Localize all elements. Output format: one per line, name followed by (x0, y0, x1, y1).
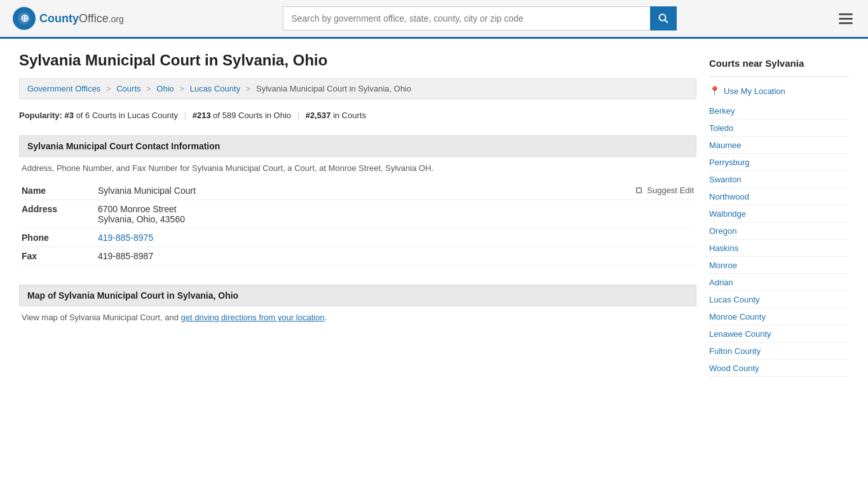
map-desc-end: . (325, 313, 327, 322)
nearby-link-13[interactable]: Lenawee County (709, 329, 771, 339)
phone-link[interactable]: 419-885-8975 (98, 233, 153, 243)
nearby-courts-list: BerkeyToledoMaumeePerrysburgSwantonNorth… (709, 102, 849, 377)
breadcrumb-courts[interactable]: Courts (116, 84, 140, 93)
search-input[interactable] (283, 6, 650, 30)
popularity-text-2: of 589 Courts in Ohio (213, 111, 291, 120)
list-item: Maumee (709, 137, 849, 154)
logo-icon: ⊕ (13, 7, 36, 30)
location-pin-icon: 📍 (709, 86, 720, 96)
map-desc-start: View map of Sylvania Municipal Court, an… (22, 313, 181, 322)
nearby-link-11[interactable]: Lucas County (709, 295, 760, 304)
list-item: Oregon (709, 222, 849, 240)
contact-section-header: Sylvania Municipal Court Contact Informa… (19, 135, 696, 157)
nearby-link-6[interactable]: Walbridge (709, 209, 746, 219)
breadcrumb-current: Sylvania Municipal Court in Sylvania, Oh… (256, 84, 411, 93)
menu-line-3 (839, 22, 853, 24)
list-item: Berkey (709, 102, 849, 119)
nearby-link-2[interactable]: Maumee (709, 140, 742, 150)
list-item: Lenawee County (709, 325, 849, 342)
nearby-link-3[interactable]: Perrysburg (709, 158, 750, 167)
nearby-link-10[interactable]: Adrian (709, 278, 733, 287)
main-content: Sylvania Municipal Court in Sylvania, Oh… (19, 51, 696, 377)
suggest-edit-icon: ⛋ (635, 186, 644, 195)
nearby-link-7[interactable]: Oregon (709, 226, 736, 236)
svg-text:⊕: ⊕ (20, 13, 29, 24)
menu-button[interactable] (836, 11, 855, 27)
nearby-link-0[interactable]: Berkey (709, 106, 735, 116)
use-my-location-link[interactable]: Use My Location (724, 86, 785, 96)
popularity-value-3: #2,537 (306, 111, 331, 120)
contact-fax-value: 419-885-8987 (98, 251, 153, 261)
list-item: Haskins (709, 240, 849, 257)
breadcrumb-sep-3: > (179, 84, 184, 93)
breadcrumb-ohio[interactable]: Ohio (156, 84, 173, 93)
popularity-value-2: #213 (193, 111, 211, 120)
list-item: Monroe (709, 257, 849, 274)
nearby-link-5[interactable]: Northwood (709, 192, 749, 201)
contact-address-label: Address (22, 204, 98, 214)
contact-name-label: Name (22, 186, 98, 196)
suggest-edit-link[interactable]: ⛋ Suggest Edit (635, 186, 694, 195)
map-section-header: Map of Sylvania Municipal Court in Sylva… (19, 285, 696, 306)
popularity-bar: Popularity: #3 of 6 Courts in Lucas Coun… (19, 108, 696, 123)
popularity-item-3: #2,537 in Courts (306, 111, 366, 120)
contact-description: Address, Phone Number, and Fax Number fo… (19, 163, 696, 173)
contact-section: Sylvania Municipal Court Contact Informa… (19, 135, 696, 266)
popularity-item-2: #213 of 589 Courts in Ohio (193, 111, 294, 120)
breadcrumb-lucas-county[interactable]: Lucas County (190, 84, 241, 93)
popularity-item-1: #3 of 6 Courts in Lucas County (65, 111, 180, 120)
search-area (283, 6, 677, 30)
breadcrumb-sep-1: > (106, 84, 111, 93)
contact-address-value: 6700 Monroe Street Sylvania, Ohio, 43560 (98, 204, 185, 224)
list-item: Northwood (709, 188, 849, 205)
nearby-link-4[interactable]: Swanton (709, 175, 742, 184)
popularity-label: Popularity: (19, 111, 62, 120)
nearby-link-8[interactable]: Haskins (709, 243, 738, 253)
popularity-value-1: #3 (65, 111, 74, 120)
popularity-sep-1: | (184, 111, 186, 120)
map-description: View map of Sylvania Municipal Court, an… (19, 313, 696, 322)
menu-line-1 (839, 13, 853, 15)
list-item: Lucas County (709, 291, 849, 308)
driving-directions-link[interactable]: get driving directions from your locatio… (181, 313, 325, 322)
contact-phone-row: Phone 419-885-8975 (22, 229, 694, 247)
suggest-edit-label: Suggest Edit (647, 186, 694, 195)
sidebar: Courts near Sylvania 📍 Use My Location B… (709, 51, 849, 377)
list-item: Wood County (709, 360, 849, 377)
search-button[interactable] (650, 6, 677, 30)
breadcrumb-sep-2: > (146, 84, 151, 93)
breadcrumb: Government Offices > Courts > Ohio > Luc… (19, 78, 696, 99)
nearby-link-12[interactable]: Monroe County (709, 312, 766, 322)
sidebar-title: Courts near Sylvania (709, 51, 849, 77)
contact-fax-label: Fax (22, 251, 98, 261)
search-icon (658, 13, 668, 24)
list-item: Walbridge (709, 205, 849, 222)
breadcrumb-gov-offices[interactable]: Government Offices (27, 84, 100, 93)
page-title: Sylvania Municipal Court in Sylvania, Oh… (19, 51, 696, 69)
list-item: Monroe County (709, 308, 849, 325)
popularity-text-1: of 6 Courts in Lucas County (76, 111, 178, 120)
list-item: Perrysburg (709, 154, 849, 171)
contact-details: Name Sylvania Municipal Court ⛋ Suggest … (19, 182, 696, 266)
svg-line-4 (665, 20, 668, 24)
nearby-link-1[interactable]: Toledo (709, 123, 733, 133)
logo-text: CountyOffice.org (39, 12, 124, 25)
suggest-edit-area: ⛋ Suggest Edit (635, 186, 694, 195)
map-section: Map of Sylvania Municipal Court in Sylva… (19, 285, 696, 322)
site-header: ⊕ CountyOffice.org (0, 0, 868, 39)
contact-phone-label: Phone (22, 233, 98, 243)
contact-fax-row: Fax 419-885-8987 (22, 247, 694, 266)
contact-address-row: Address 6700 Monroe Street Sylvania, Ohi… (22, 200, 694, 229)
popularity-sep-2: | (297, 111, 299, 120)
nearby-link-9[interactable]: Monroe (709, 261, 737, 270)
list-item: Toledo (709, 119, 849, 137)
contact-phone-value: 419-885-8975 (98, 233, 153, 243)
nearby-link-15[interactable]: Wood County (709, 363, 759, 373)
list-item: Adrian (709, 274, 849, 291)
breadcrumb-sep-4: > (246, 84, 251, 93)
address-line-1: 6700 Monroe Street (98, 204, 185, 214)
nearby-link-14[interactable]: Fulton County (709, 346, 761, 356)
svg-point-3 (660, 15, 666, 21)
address-line-2: Sylvania, Ohio, 43560 (98, 214, 185, 224)
popularity-text-3: in Courts (333, 111, 366, 120)
